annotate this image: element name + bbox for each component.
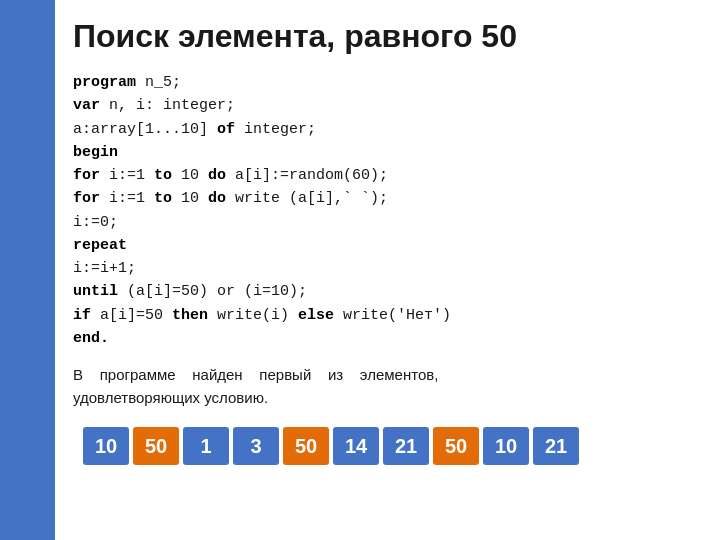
array-display: 10 50 1 3 50 14 21 50 10 21: [83, 427, 696, 465]
code-line-5: for i:=1 to 10 do a[i]:=random(60);: [73, 164, 696, 187]
main-content: Поиск элемента, равного 50 program n_5; …: [55, 0, 720, 540]
array-cell-5: 14: [333, 427, 379, 465]
array-cell-8: 10: [483, 427, 529, 465]
array-cell-7: 50: [433, 427, 479, 465]
code-line-2: var n, i: integer;: [73, 94, 696, 117]
array-cell-0: 10: [83, 427, 129, 465]
array-cell-4: 50: [283, 427, 329, 465]
code-line-11: if a[i]=50 then write(i) else write('Нет…: [73, 304, 696, 327]
array-cell-2: 1: [183, 427, 229, 465]
page-title: Поиск элемента, равного 50: [73, 18, 696, 55]
array-cell-1: 50: [133, 427, 179, 465]
code-line-1: program n_5;: [73, 71, 696, 94]
code-line-8: repeat: [73, 234, 696, 257]
array-cell-6: 21: [383, 427, 429, 465]
array-cell-9: 21: [533, 427, 579, 465]
description-text: В программе найден первый из элементов,у…: [73, 364, 696, 409]
code-line-6: for i:=1 to 10 do write (a[i],` `);: [73, 187, 696, 210]
code-line-10: until (a[i]=50) or (i=10);: [73, 280, 696, 303]
kw-begin: begin: [73, 144, 118, 161]
code-line-3: a:array[1...10] of integer;: [73, 118, 696, 141]
code-line-4: begin: [73, 141, 696, 164]
code-line-12: end.: [73, 327, 696, 350]
code-line-7: i:=0;: [73, 211, 696, 234]
kw-program: program: [73, 74, 136, 91]
kw-var: var: [73, 97, 100, 114]
left-accent-bar: [0, 0, 55, 540]
code-line-9: i:=i+1;: [73, 257, 696, 280]
code-block: program n_5; var n, i: integer; a:array[…: [73, 71, 696, 350]
array-cell-3: 3: [233, 427, 279, 465]
